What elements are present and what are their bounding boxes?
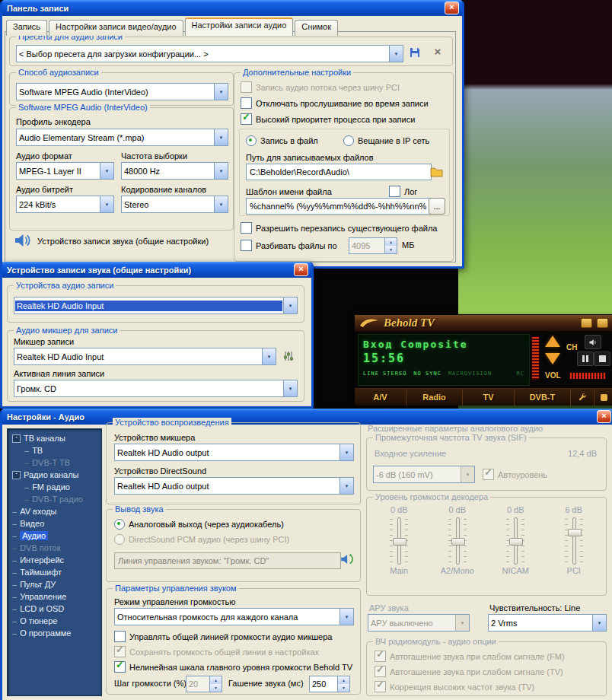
sidebar-item-timeshift[interactable]: Таймшифт	[8, 566, 101, 578]
audio-format-combo[interactable]: MPEG-1 Layer II	[16, 162, 114, 180]
checkbox-master-line[interactable]: Управлять общей линией громкости аудио м…	[114, 631, 332, 642]
radio-record-to-file[interactable]: Запись в файл	[246, 135, 318, 146]
volume-mode-combo[interactable]: Относительная громкость для каждого кана…	[114, 608, 354, 625]
checkbox-overwrite[interactable]: Разрешить перезапись существующего файла	[241, 222, 437, 234]
checkbox-hf-correction-tv[interactable]: Коррекция высоких частот звука (TV)	[375, 681, 534, 692]
tab-audio-settings[interactable]: Настройки записи аудио	[185, 18, 294, 36]
filename-template-input[interactable]: %channel% (%yy%%mm%%dd%-%hh%%nn%	[246, 198, 432, 215]
slider-thumb[interactable]	[393, 538, 406, 546]
sample-rate-combo[interactable]: 48000 Hz	[121, 162, 228, 180]
checkbox-autolevel[interactable]: Автоуровень	[483, 469, 547, 480]
channel-up-button[interactable]	[545, 336, 560, 347]
close-icon[interactable]: ×	[294, 263, 308, 276]
sidebar-item-control[interactable]: Управление	[8, 590, 101, 603]
checkbox-log[interactable]: Лог	[389, 186, 417, 197]
tab-video-audio-settings[interactable]: Настройки записи видео/аудио	[49, 20, 183, 36]
sidebar-item-tv[interactable]: ТВ	[8, 444, 101, 457]
volume-bar[interactable]	[569, 372, 606, 380]
tab-snapshot[interactable]: Снимок	[295, 20, 338, 36]
decoder-slider-pci[interactable]	[565, 517, 583, 565]
checkbox-pci-stream[interactable]: Запись аудио потока через шину PCI	[241, 81, 400, 93]
radio-ip-broadcast[interactable]: Вещание в IP сеть	[343, 135, 429, 146]
preset-combo[interactable]: < Выбор пресета для загрузки конфигураци…	[16, 45, 403, 62]
directsound-device-combo[interactable]: Realtek HD Audio output	[114, 477, 354, 495]
checkbox-nonlinear-scale[interactable]: Нелинейная шкала главного уровня громкос…	[114, 661, 352, 673]
record-device-combo[interactable]: Realtek HD Audio Input	[14, 297, 298, 314]
browse-folder-icon[interactable]	[429, 164, 444, 179]
sidebar-item-about-tuner[interactable]: О тюнере	[8, 615, 101, 627]
decoder-slider-nicam[interactable]	[506, 517, 524, 565]
mixer-device-combo[interactable]: Realtek HD Audio output	[114, 444, 354, 461]
sensitivity-combo[interactable]: 2 Vrms	[488, 614, 607, 632]
volume-line-icon[interactable]	[338, 551, 355, 568]
spinner-arrows-icon[interactable]	[384, 238, 397, 253]
save-preset-icon[interactable]	[407, 45, 422, 60]
checkbox-automute-tv[interactable]: Автогашение звука при слабом сигнале (TV…	[375, 666, 563, 677]
tree-dash-icon	[12, 580, 17, 589]
slider-thumb[interactable]	[568, 529, 582, 536]
decoder-slider-a2mono[interactable]	[448, 517, 467, 565]
checkbox-automute-fm[interactable]: Автогашение звука при слабом сигнале (FM…	[375, 651, 565, 662]
dvbt-mode-button[interactable]: DVB-T	[514, 389, 570, 406]
record-method-combo[interactable]: Software MPEG Audio (InterVideo)	[16, 83, 228, 100]
volume-step-spinner[interactable]: 20	[186, 676, 222, 692]
sidebar-item-video[interactable]: Видео	[8, 517, 101, 530]
stop-button[interactable]	[594, 352, 610, 366]
radio-mode-button[interactable]: Radio	[406, 389, 462, 406]
mixer-settings-icon[interactable]	[279, 348, 298, 364]
split-size-spinner[interactable]: 4095	[349, 237, 397, 254]
sound-device-link[interactable]: Устройство записи звука (общие настройки…	[13, 231, 209, 251]
active-line-combo[interactable]: Громк. CD	[14, 380, 298, 397]
encoder-profile-combo[interactable]: Audio Elementary Stream (*.mpa)	[16, 129, 228, 146]
bitrate-combo[interactable]: 224 kBit/s	[16, 196, 114, 213]
checkbox-save-master-volume[interactable]: Сохранять громкость общей линии в настро…	[114, 646, 319, 657]
sound-device-titlebar[interactable]: Устройство записи звука (общие настройки…	[2, 262, 311, 278]
sidebar-item-av-inputs[interactable]: AV входы	[8, 505, 101, 517]
sidebar-item-dvb-stream[interactable]: DVB поток	[8, 542, 101, 554]
mute-delay-spinner[interactable]: 250	[309, 676, 350, 692]
tab-record[interactable]: Запись	[6, 20, 47, 36]
minimize-icon[interactable]	[581, 318, 592, 328]
close-icon[interactable]: ×	[445, 2, 459, 14]
beholdtv-titlebar[interactable]: Behold TV	[355, 315, 612, 332]
sif-level-combo[interactable]: -6 dB (160 mV)	[373, 466, 475, 483]
agc-combo[interactable]: АРУ выключено	[368, 614, 470, 632]
sidebar-item-about-program[interactable]: О программе	[8, 627, 101, 639]
radio-analog-output[interactable]: Аналоговый выход (через аудиокабель)	[114, 519, 284, 530]
recording-panel-titlebar[interactable]: Панель записи ×	[2, 0, 462, 16]
sidebar-item-remote[interactable]: Пульт ДУ	[8, 578, 101, 590]
sidebar-item-audio[interactable]: Аудио	[8, 530, 101, 542]
sidebar-item-dvbt-radio[interactable]: DVB-T радио	[8, 493, 101, 505]
tree-collapse-icon[interactable]	[12, 434, 21, 443]
channel-coding-combo[interactable]: Stereo	[121, 196, 228, 213]
pause-button[interactable]	[577, 352, 594, 366]
sidebar-item-dvbt-tv[interactable]: DVB-T ТВ	[8, 457, 101, 469]
checkbox-high-priority[interactable]: Высокий приоритет процесса при записи	[241, 113, 415, 125]
slider-thumb[interactable]	[451, 538, 465, 546]
sidebar-item-lcd-osd[interactable]: LCD и OSD	[8, 603, 101, 615]
sidebar-item-radio-channels[interactable]: Радио каналы	[8, 469, 101, 481]
slider-thumb[interactable]	[509, 538, 523, 546]
mute-button[interactable]	[585, 335, 601, 349]
template-more-button[interactable]: ...	[429, 198, 445, 215]
record-path-input[interactable]: C:\Beholder\Record\Audio\	[246, 164, 432, 180]
delete-preset-icon[interactable]: ×	[430, 43, 445, 59]
sidebar-item-interface[interactable]: Интерфейс	[8, 554, 101, 566]
sidebar-item-fm-radio[interactable]: FM радио	[8, 481, 101, 493]
tv-mode-button[interactable]: TV	[462, 389, 514, 406]
av-mode-button[interactable]: A/V	[355, 389, 406, 406]
spinner-arrows-icon[interactable]	[209, 676, 222, 692]
channel-down-button[interactable]	[545, 353, 560, 364]
radio-directsound-pcm[interactable]: DirectSound PCM аудио (через шину PCI)	[114, 534, 289, 545]
spinner-arrows-icon[interactable]	[337, 676, 349, 692]
settings-wrench-icon[interactable]	[570, 389, 594, 406]
close-icon[interactable]: ×	[597, 410, 611, 423]
sidebar-item-tv-channels[interactable]: ТВ каналы	[8, 432, 101, 444]
close-icon[interactable]	[597, 318, 608, 328]
checkbox-split-files[interactable]: Разбивать файлы по	[241, 240, 337, 251]
tools-button[interactable]	[594, 389, 612, 406]
checkbox-disable-listening[interactable]: Отключать прослушивание во время записи	[241, 97, 429, 109]
decoder-slider-main[interactable]	[390, 517, 408, 565]
record-mixer-combo[interactable]: Realtek HD Audio Input	[14, 348, 276, 365]
tree-collapse-icon[interactable]	[12, 471, 21, 479]
